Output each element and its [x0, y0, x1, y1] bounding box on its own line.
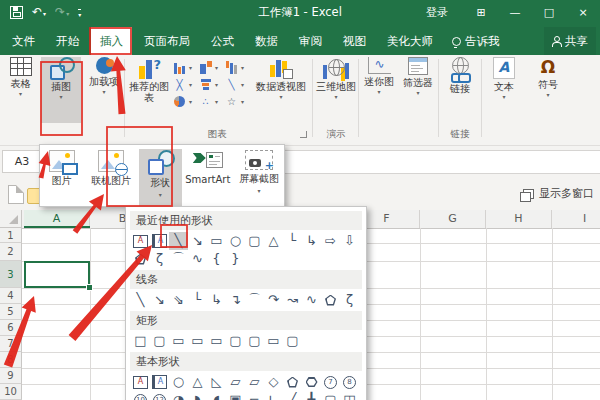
show-multiple-windows-button[interactable]: 显示多窗口: [523, 186, 594, 201]
row-header-3[interactable]: 3: [0, 261, 22, 288]
freeform-shape[interactable]: [131, 250, 150, 268]
add-ins-button[interactable]: 加载项▾: [85, 57, 123, 123]
round-single-corner-rectangle-shape[interactable]: ▢: [245, 332, 264, 350]
chord-shape[interactable]: ◗: [188, 391, 207, 400]
text-button[interactable]: A 文本▾: [485, 57, 523, 123]
curve-shape[interactable]: ∿: [188, 250, 207, 268]
slicers-button[interactable]: 筛选器▾: [399, 57, 437, 123]
line-arrow-shape[interactable]: ↘: [150, 291, 169, 309]
rectangle-shape[interactable]: □: [131, 332, 150, 350]
column-header-I[interactable]: I: [552, 210, 600, 228]
row-header-1[interactable]: 1: [0, 228, 22, 243]
pie-shape[interactable]: ◔: [169, 391, 188, 400]
table-button[interactable]: 表格▾: [2, 57, 39, 123]
scribble-shape[interactable]: ζ: [150, 250, 169, 268]
cross-shape[interactable]: ╋: [302, 391, 321, 400]
l-shape-shape[interactable]: ∟: [264, 391, 283, 400]
row-header-2[interactable]: 2: [0, 243, 22, 261]
recommended-charts-button[interactable]: ? 推荐的图表: [127, 57, 171, 123]
elbow-double-arrow-connector-shape[interactable]: ↴: [226, 291, 245, 309]
row-header-7[interactable]: 7: [0, 336, 22, 352]
scribble-shape[interactable]: ζ: [340, 291, 359, 309]
right-arrow-shape[interactable]: ⇨: [321, 232, 340, 250]
regular-pentagon-shape[interactable]: [283, 373, 302, 391]
trapezoid-shape[interactable]: ▱: [245, 373, 264, 391]
isosceles-triangle-shape[interactable]: △: [188, 373, 207, 391]
half-frame-shape[interactable]: ⌐: [245, 391, 264, 400]
row-header-5[interactable]: 5: [0, 304, 22, 320]
radar-chart-button[interactable]: ☆▾: [224, 93, 250, 110]
left-brace-shape[interactable]: {: [207, 250, 226, 268]
elbow-connector-shape[interactable]: └: [283, 232, 302, 250]
select-all-corner[interactable]: [0, 210, 22, 228]
row-header-10[interactable]: 10: [0, 384, 22, 400]
row-header-6[interactable]: 6: [0, 320, 22, 336]
smartart-button[interactable]: SmartArt: [182, 149, 234, 207]
fill-handle[interactable]: [86, 284, 93, 291]
rounded-rectangle-shape[interactable]: ▢: [245, 232, 264, 250]
oval-shape[interactable]: ○: [169, 373, 188, 391]
line-shape[interactable]: ╲: [131, 291, 150, 309]
pictures-button[interactable]: 图片: [40, 149, 83, 207]
diagonal-stripe-shape[interactable]: ╱: [283, 391, 302, 400]
combo-chart-button[interactable]: ╲▾: [224, 76, 250, 93]
decagon-shape[interactable]: 10: [131, 391, 150, 400]
text-box-shape[interactable]: A: [131, 373, 150, 391]
hexagon-shape[interactable]: [302, 373, 321, 391]
scatter-chart-button[interactable]: ∴▾: [198, 93, 224, 110]
arc-shape[interactable]: ⌒: [169, 250, 188, 268]
elbow-arrow-connector-shape[interactable]: ↳: [207, 291, 226, 309]
snip-and-round-single-corner-rectangle-shape[interactable]: ▢: [226, 332, 245, 350]
text-box-shape[interactable]: A: [131, 232, 150, 250]
curved-double-arrow-connector-shape[interactable]: ↝: [283, 291, 302, 309]
column-chart-button[interactable]: ▾: [172, 59, 198, 76]
selected-cell-A3[interactable]: [24, 261, 90, 288]
right-brace-shape[interactable]: }: [226, 250, 245, 268]
round-diagonal-corner-rectangle-shape[interactable]: ▢: [283, 332, 302, 350]
illustrations-button[interactable]: 插图▾: [41, 57, 81, 123]
column-header-G[interactable]: G: [420, 210, 486, 228]
frame-shape[interactable]: ▣: [226, 391, 245, 400]
bar-chart-button[interactable]: ▾: [198, 76, 224, 93]
symbols-button[interactable]: Ω 符号▾: [528, 57, 568, 123]
rounded-rectangle-shape[interactable]: ▢: [150, 332, 169, 350]
name-box[interactable]: A3: [2, 150, 42, 173]
down-arrow-shape[interactable]: ⇩: [340, 232, 359, 250]
new-sheet-page-icon[interactable]: [8, 185, 24, 204]
hierarchy-chart-button[interactable]: ▾: [198, 59, 224, 76]
freeform-shape[interactable]: [321, 291, 340, 309]
line-shape[interactable]: ╲: [169, 232, 188, 250]
oval-shape[interactable]: ○: [226, 232, 245, 250]
vertical-text-box-shape[interactable]: A: [150, 373, 169, 391]
snip-single-corner-rectangle-shape[interactable]: ▭: [169, 332, 188, 350]
column-header-H[interactable]: H: [486, 210, 552, 228]
can-shape[interactable]: ◫: [340, 391, 359, 400]
row-header-8[interactable]: 8: [0, 352, 22, 368]
dodecagon-shape[interactable]: 12: [150, 391, 169, 400]
3d-map-button[interactable]: 三维地图▾: [315, 57, 357, 123]
screenshot-button[interactable]: 屏幕截图▾: [234, 149, 284, 207]
plaque-shape[interactable]: ▢: [321, 391, 340, 400]
line-chart-button[interactable]: ╳▾: [172, 76, 198, 93]
snip-diagonal-corner-rectangle-shape[interactable]: ▭: [207, 332, 226, 350]
teardrop-shape[interactable]: ◖: [207, 391, 226, 400]
line-double-arrow-shape[interactable]: ⇘: [169, 291, 188, 309]
curve-shape[interactable]: ∿: [302, 291, 321, 309]
rectangle-shape[interactable]: ▭: [207, 232, 226, 250]
charts-dialog-launcher-icon[interactable]: [300, 131, 307, 138]
row-header-9[interactable]: 9: [0, 368, 22, 384]
pie-chart-button[interactable]: ▾: [172, 93, 198, 110]
line-arrow-shape[interactable]: ↘: [188, 232, 207, 250]
octagon-shape[interactable]: 8: [340, 373, 359, 391]
curved-connector-shape[interactable]: ⌒: [245, 291, 264, 309]
right-triangle-shape[interactable]: ◺: [207, 373, 226, 391]
round-same-side-corner-rectangle-shape[interactable]: ▭: [264, 332, 283, 350]
link-button[interactable]: 链接: [441, 57, 479, 123]
online-pictures-button[interactable]: 联机图片: [83, 149, 139, 207]
isosceles-triangle-shape[interactable]: △: [264, 232, 283, 250]
vertical-text-box-shape[interactable]: A: [150, 232, 169, 250]
parallelogram-shape[interactable]: ▱: [226, 373, 245, 391]
diamond-shape[interactable]: ◇: [264, 373, 283, 391]
snip-same-side-corner-rectangle-shape[interactable]: ▭: [188, 332, 207, 350]
row-header-4[interactable]: 4: [0, 288, 22, 304]
